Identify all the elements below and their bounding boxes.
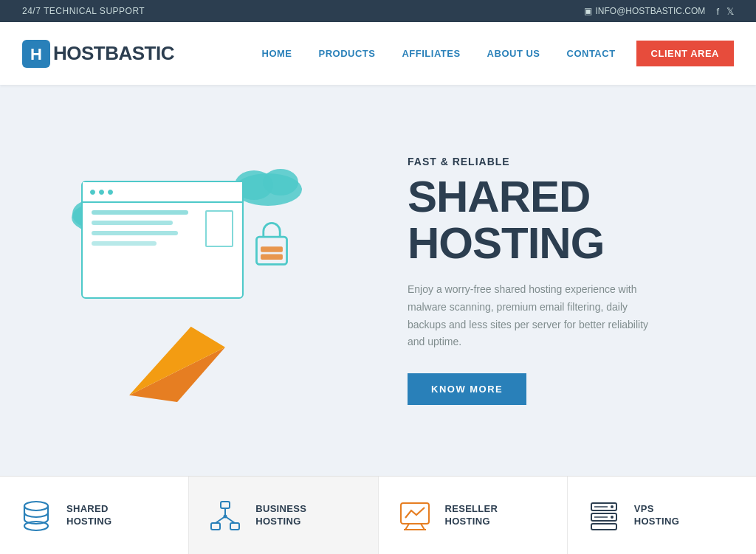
reseller-hosting-label: RESELLERHOSTING [445,503,498,528]
svg-point-14 [24,522,48,530]
feature-shared-hosting[interactable]: SHAREDHOSTING [0,477,189,554]
nav-contact[interactable]: CONTACT [554,48,629,59]
hero-section: FAST & RELIABLE SHARED HOSTING Enjoy a w… [0,85,756,476]
shared-hosting-label: SHAREDHOSTING [66,503,111,528]
hero-title: SHARED HOSTING [408,173,712,266]
svg-rect-10 [261,254,283,259]
lock-icon [250,218,294,269]
hero-subtitle: FAST & RELIABLE [408,156,712,167]
vps-hosting-label: VPSHOSTING [634,503,679,528]
logo[interactable]: H HOSTBASTIC [22,40,174,68]
nav-products[interactable]: PRODUCTS [306,48,389,59]
hero-illustration [59,151,353,409]
main-nav: HOME PRODUCTS AFFILIATES ABOUT US CONTAC… [249,41,734,66]
network-icon [207,497,244,534]
envelope-icon: ▣ [584,6,592,16]
paper-plane-icon [118,306,236,402]
twitter-icon[interactable]: 𝕏 [726,6,734,17]
server-icon [585,497,622,534]
feature-business-hosting[interactable]: BUSINESSHOSTING [189,477,378,554]
svg-rect-17 [230,523,239,530]
svg-rect-16 [211,523,220,530]
browser-window-icon [81,181,244,299]
social-links: f 𝕏 [716,6,734,17]
svg-point-21 [224,514,227,518]
features-bar: SHAREDHOSTING BUSINESSHOSTING [0,476,756,554]
svg-rect-15 [221,502,230,508]
client-area-button[interactable]: CLIENT AREA [636,41,734,66]
feature-reseller-hosting[interactable]: RESELLERHOSTING [379,477,568,554]
email-address: INFO@HOSTBASTIC.COM [596,6,706,16]
hero-text: FAST & RELIABLE SHARED HOSTING Enjoy a w… [385,156,712,405]
logo-text: HOSTBASTIC [53,42,174,65]
database-icon [18,497,55,534]
logo-icon: H [22,40,50,68]
email-info: ▣ INFO@HOSTBASTIC.COM [584,6,706,16]
header: H HOSTBASTIC HOME PRODUCTS AFFILIATES AB… [0,22,756,85]
feature-vps-hosting[interactable]: VPSHOSTING [568,477,756,554]
svg-point-30 [611,516,614,519]
facebook-icon[interactable]: f [716,6,719,17]
top-bar: 24/7 TECHNICAL SUPPORT ▣ INFO@HOSTBASTIC… [0,0,756,22]
svg-point-29 [611,505,614,508]
svg-line-23 [405,524,409,530]
nav-home[interactable]: HOME [249,48,306,59]
svg-point-7 [263,169,298,195]
svg-rect-9 [261,246,283,252]
top-bar-right: ▣ INFO@HOSTBASTIC.COM f 𝕏 [584,6,734,17]
chart-icon [396,497,433,534]
support-text: 24/7 TECHNICAL SUPPORT [22,6,145,16]
nav-about[interactable]: ABOUT US [474,48,554,59]
know-more-button[interactable]: KNOW MORE [408,373,526,405]
nav-affiliates[interactable]: AFFILIATES [388,48,473,59]
svg-text:H: H [30,45,42,63]
hero-description: Enjoy a worry-free shared hosting experi… [408,281,666,351]
svg-point-13 [24,502,48,510]
business-hosting-label: BUSINESSHOSTING [255,503,306,528]
svg-line-24 [421,524,425,530]
svg-rect-28 [591,524,616,530]
